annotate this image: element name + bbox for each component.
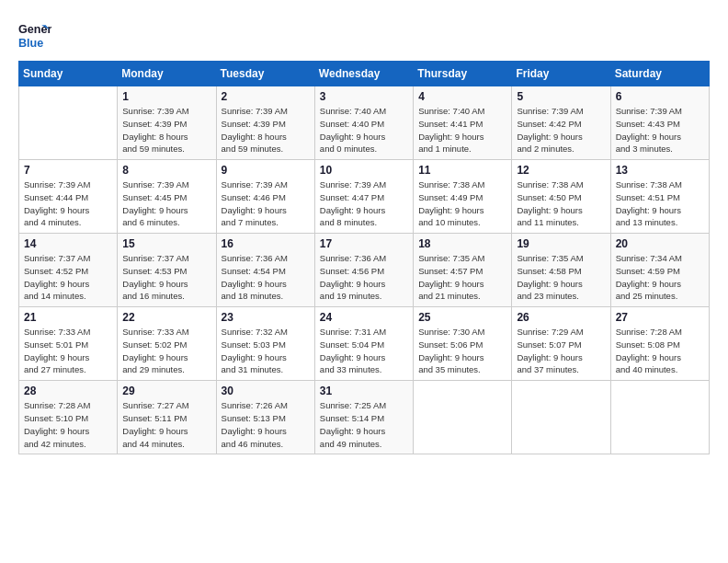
- day-number: 11: [418, 164, 506, 177]
- calendar-cell: 16Sunrise: 7:36 AM Sunset: 4:54 PM Dayli…: [216, 234, 314, 307]
- day-number: 25: [418, 311, 506, 324]
- day-info: Sunrise: 7:28 AM Sunset: 5:10 PM Dayligh…: [24, 399, 112, 450]
- calendar-cell: 20Sunrise: 7:34 AM Sunset: 4:59 PM Dayli…: [610, 234, 709, 307]
- calendar-table: SundayMondayTuesdayWednesdayThursdayFrid…: [18, 61, 710, 454]
- weekday-header-friday: Friday: [512, 62, 610, 86]
- day-info: Sunrise: 7:39 AM Sunset: 4:39 PM Dayligh…: [122, 105, 210, 155]
- calendar-cell: 30Sunrise: 7:26 AM Sunset: 5:13 PM Dayli…: [216, 381, 314, 454]
- day-number: 1: [122, 90, 210, 103]
- calendar-week-3: 14Sunrise: 7:37 AM Sunset: 4:52 PM Dayli…: [19, 234, 710, 307]
- day-info: Sunrise: 7:39 AM Sunset: 4:39 PM Dayligh…: [222, 105, 310, 155]
- calendar-cell: 17Sunrise: 7:36 AM Sunset: 4:56 PM Dayli…: [314, 234, 413, 307]
- day-number: 10: [320, 164, 408, 177]
- day-info: Sunrise: 7:38 AM Sunset: 4:50 PM Dayligh…: [517, 178, 605, 229]
- calendar-cell: 14Sunrise: 7:37 AM Sunset: 4:52 PM Dayli…: [19, 234, 118, 307]
- day-number: 31: [320, 385, 408, 397]
- day-number: 16: [222, 237, 310, 250]
- calendar-cell: [610, 381, 709, 454]
- day-number: 12: [517, 164, 605, 177]
- day-info: Sunrise: 7:38 AM Sunset: 4:51 PM Dayligh…: [616, 178, 704, 229]
- day-info: Sunrise: 7:34 AM Sunset: 4:59 PM Dayligh…: [616, 252, 704, 303]
- weekday-row: SundayMondayTuesdayWednesdayThursdayFrid…: [19, 62, 710, 86]
- day-info: Sunrise: 7:39 AM Sunset: 4:42 PM Dayligh…: [517, 105, 605, 155]
- weekday-header-monday: Monday: [118, 62, 216, 86]
- calendar-cell: 18Sunrise: 7:35 AM Sunset: 4:57 PM Dayli…: [414, 234, 512, 307]
- calendar-cell: 27Sunrise: 7:28 AM Sunset: 5:08 PM Dayli…: [610, 307, 709, 381]
- calendar-cell: 2Sunrise: 7:39 AM Sunset: 4:39 PM Daylig…: [216, 86, 314, 160]
- day-info: Sunrise: 7:40 AM Sunset: 4:41 PM Dayligh…: [418, 105, 506, 155]
- calendar-cell: 26Sunrise: 7:29 AM Sunset: 5:07 PM Dayli…: [512, 307, 610, 381]
- day-number: 21: [24, 311, 112, 324]
- svg-text:General: General: [18, 23, 51, 36]
- day-number: 30: [222, 385, 310, 397]
- calendar-cell: 1Sunrise: 7:39 AM Sunset: 4:39 PM Daylig…: [118, 86, 216, 160]
- day-number: 15: [122, 237, 210, 250]
- calendar-cell: 19Sunrise: 7:35 AM Sunset: 4:58 PM Dayli…: [512, 234, 610, 307]
- day-info: Sunrise: 7:39 AM Sunset: 4:46 PM Dayligh…: [222, 178, 310, 229]
- day-info: Sunrise: 7:36 AM Sunset: 4:56 PM Dayligh…: [320, 252, 408, 303]
- calendar-week-1: 1Sunrise: 7:39 AM Sunset: 4:39 PM Daylig…: [19, 86, 710, 160]
- day-info: Sunrise: 7:29 AM Sunset: 5:07 PM Dayligh…: [517, 326, 605, 376]
- calendar-week-5: 28Sunrise: 7:28 AM Sunset: 5:10 PM Dayli…: [19, 381, 710, 454]
- day-info: Sunrise: 7:35 AM Sunset: 4:58 PM Dayligh…: [517, 252, 605, 303]
- logo: General Blue: [18, 18, 55, 52]
- weekday-header-sunday: Sunday: [19, 62, 118, 86]
- weekday-header-thursday: Thursday: [414, 62, 512, 86]
- weekday-header-saturday: Saturday: [610, 62, 709, 86]
- day-info: Sunrise: 7:37 AM Sunset: 4:53 PM Dayligh…: [122, 252, 210, 303]
- day-number: 29: [122, 385, 210, 397]
- day-number: 24: [320, 311, 408, 324]
- day-info: Sunrise: 7:26 AM Sunset: 5:13 PM Dayligh…: [222, 399, 310, 450]
- day-info: Sunrise: 7:33 AM Sunset: 5:02 PM Dayligh…: [122, 326, 210, 376]
- day-number: 23: [222, 311, 310, 324]
- calendar-cell: 21Sunrise: 7:33 AM Sunset: 5:01 PM Dayli…: [19, 307, 118, 381]
- day-info: Sunrise: 7:36 AM Sunset: 4:54 PM Dayligh…: [222, 252, 310, 303]
- calendar-cell: 7Sunrise: 7:39 AM Sunset: 4:44 PM Daylig…: [19, 160, 118, 234]
- calendar-cell: 23Sunrise: 7:32 AM Sunset: 5:03 PM Dayli…: [216, 307, 314, 381]
- calendar-cell: 22Sunrise: 7:33 AM Sunset: 5:02 PM Dayli…: [118, 307, 216, 381]
- calendar-cell: 11Sunrise: 7:38 AM Sunset: 4:49 PM Dayli…: [414, 160, 512, 234]
- calendar-week-2: 7Sunrise: 7:39 AM Sunset: 4:44 PM Daylig…: [19, 160, 710, 234]
- calendar-cell: 10Sunrise: 7:39 AM Sunset: 4:47 PM Dayli…: [314, 160, 413, 234]
- day-number: 3: [320, 90, 408, 103]
- weekday-header-tuesday: Tuesday: [216, 62, 314, 86]
- day-info: Sunrise: 7:32 AM Sunset: 5:03 PM Dayligh…: [222, 326, 310, 376]
- calendar-cell: 13Sunrise: 7:38 AM Sunset: 4:51 PM Dayli…: [610, 160, 709, 234]
- day-number: 9: [222, 164, 310, 177]
- day-info: Sunrise: 7:39 AM Sunset: 4:43 PM Dayligh…: [616, 105, 704, 155]
- page-header: General Blue: [18, 18, 710, 52]
- day-info: Sunrise: 7:39 AM Sunset: 4:47 PM Dayligh…: [320, 178, 408, 229]
- calendar-cell: 8Sunrise: 7:39 AM Sunset: 4:45 PM Daylig…: [118, 160, 216, 234]
- calendar-cell: [414, 381, 512, 454]
- day-number: 4: [418, 90, 506, 103]
- weekday-header-wednesday: Wednesday: [314, 62, 413, 86]
- calendar-body: 1Sunrise: 7:39 AM Sunset: 4:39 PM Daylig…: [19, 86, 710, 454]
- day-number: 17: [320, 237, 408, 250]
- calendar-cell: 3Sunrise: 7:40 AM Sunset: 4:40 PM Daylig…: [314, 86, 413, 160]
- calendar-cell: 25Sunrise: 7:30 AM Sunset: 5:06 PM Dayli…: [414, 307, 512, 381]
- day-number: 2: [222, 90, 310, 103]
- day-number: 8: [122, 164, 210, 177]
- calendar-week-4: 21Sunrise: 7:33 AM Sunset: 5:01 PM Dayli…: [19, 307, 710, 381]
- day-number: 13: [616, 164, 704, 177]
- calendar-cell: 24Sunrise: 7:31 AM Sunset: 5:04 PM Dayli…: [314, 307, 413, 381]
- calendar-cell: 5Sunrise: 7:39 AM Sunset: 4:42 PM Daylig…: [512, 86, 610, 160]
- day-number: 6: [616, 90, 704, 103]
- day-number: 19: [517, 237, 605, 250]
- calendar-cell: 4Sunrise: 7:40 AM Sunset: 4:41 PM Daylig…: [414, 86, 512, 160]
- day-number: 26: [517, 311, 605, 324]
- day-info: Sunrise: 7:38 AM Sunset: 4:49 PM Dayligh…: [418, 178, 506, 229]
- day-info: Sunrise: 7:39 AM Sunset: 4:45 PM Dayligh…: [122, 178, 210, 229]
- day-number: 20: [616, 237, 704, 250]
- calendar-cell: 31Sunrise: 7:25 AM Sunset: 5:14 PM Dayli…: [314, 381, 413, 454]
- day-info: Sunrise: 7:40 AM Sunset: 4:40 PM Dayligh…: [320, 105, 408, 155]
- day-number: 22: [122, 311, 210, 324]
- day-info: Sunrise: 7:28 AM Sunset: 5:08 PM Dayligh…: [616, 326, 704, 376]
- day-info: Sunrise: 7:33 AM Sunset: 5:01 PM Dayligh…: [24, 326, 112, 376]
- day-info: Sunrise: 7:30 AM Sunset: 5:06 PM Dayligh…: [418, 326, 506, 376]
- svg-text:Blue: Blue: [18, 37, 43, 50]
- calendar-cell: 6Sunrise: 7:39 AM Sunset: 4:43 PM Daylig…: [610, 86, 709, 160]
- calendar-cell: 28Sunrise: 7:28 AM Sunset: 5:10 PM Dayli…: [19, 381, 118, 454]
- calendar-cell: 9Sunrise: 7:39 AM Sunset: 4:46 PM Daylig…: [216, 160, 314, 234]
- day-info: Sunrise: 7:25 AM Sunset: 5:14 PM Dayligh…: [320, 399, 408, 450]
